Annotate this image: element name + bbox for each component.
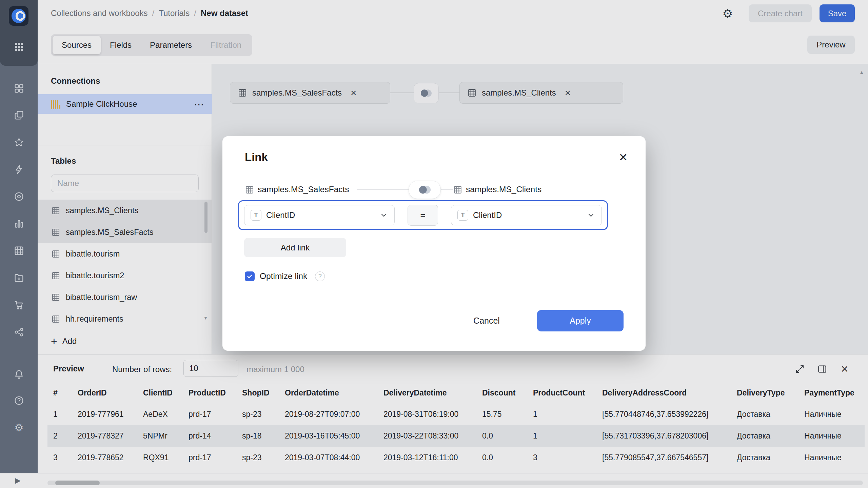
- table-list-item[interactable]: bibattle.tourism: [38, 243, 212, 265]
- sources-panel: Connections Sample ClickHouse ⋯ Tables s…: [38, 64, 212, 354]
- chevron-down-icon: [379, 211, 388, 220]
- rows-max-hint: maximum 1 000: [246, 365, 304, 374]
- table-cell: Доставка: [731, 447, 798, 468]
- chevron-down-icon: [587, 211, 595, 220]
- tables-scroll-down-icon[interactable]: ▼: [203, 316, 208, 321]
- connection-item[interactable]: Sample ClickHouse ⋯: [38, 94, 212, 114]
- table-name: hh.requirements: [66, 314, 123, 324]
- node-label: samples.MS_SalesFacts: [252, 88, 342, 98]
- table-cell: prd-17: [183, 447, 236, 468]
- canvas-scroll-up-icon[interactable]: ▲: [859, 69, 864, 75]
- dataset-tabs: Sources Fields Parameters Filtration: [51, 34, 252, 56]
- table-list-item[interactable]: samples.MS_SalesFacts: [38, 221, 212, 243]
- operator-select[interactable]: =: [408, 205, 438, 226]
- optimize-link-checkbox[interactable]: [245, 271, 255, 281]
- add-link-button[interactable]: Add link: [244, 238, 346, 257]
- split-view-icon[interactable]: [816, 363, 828, 375]
- table-row: 12019-777961AeDeXprd-17sp-232019-08-27T0…: [47, 403, 865, 425]
- panel-divider: [38, 145, 212, 145]
- nav-folder-icon[interactable]: [13, 272, 25, 284]
- table-search-input[interactable]: [51, 175, 199, 192]
- tab-parameters[interactable]: Parameters: [141, 36, 201, 54]
- datalens-logo-icon[interactable]: [9, 6, 28, 26]
- tables-scrollbar[interactable]: [204, 202, 208, 233]
- nav-squares-icon[interactable]: [13, 82, 25, 95]
- join-type-toggle[interactable]: [409, 181, 441, 199]
- link-dialog: Link × samples.MS_SalesFacts samples.MS_…: [222, 136, 646, 351]
- table-cell: sp-23: [236, 403, 279, 425]
- settings-gear-icon[interactable]: ⚙: [721, 6, 735, 21]
- table-cell: 2: [47, 425, 72, 447]
- table-cell: [55.770448746,37.653992226]: [596, 403, 731, 425]
- source-node-clients[interactable]: samples.MS_Clients ×: [459, 82, 623, 104]
- table-cell: 2019-08-31T06:19:00: [378, 403, 476, 425]
- nav-cart-icon[interactable]: [13, 299, 25, 311]
- table-cell: 3: [527, 447, 596, 468]
- create-chart-button[interactable]: Create chart: [749, 4, 812, 22]
- table-list-item[interactable]: samples.MS_Clients: [38, 200, 212, 221]
- table-cell: prd-17: [183, 403, 236, 425]
- tab-filtration: Filtration: [201, 36, 251, 54]
- connection-name: Sample ClickHouse: [66, 99, 137, 109]
- horizontal-scrollbar-thumb[interactable]: [55, 481, 100, 485]
- source-node-salesfacts[interactable]: samples.MS_SalesFacts ×: [230, 82, 390, 104]
- rows-count-input[interactable]: [183, 360, 238, 377]
- table-cell: 2019-03-16T05:45:00: [279, 425, 378, 447]
- expand-preview-icon[interactable]: [794, 363, 806, 375]
- breadcrumb-tutorials[interactable]: Tutorials: [159, 8, 190, 18]
- column-header: ProductID: [183, 382, 236, 403]
- table-cell: 0.0: [476, 425, 527, 447]
- nav-lightning-icon[interactable]: [13, 163, 25, 176]
- nav-table-icon[interactable]: [13, 245, 25, 257]
- nav-target-icon[interactable]: [13, 190, 25, 203]
- apps-grid-icon[interactable]: [13, 41, 25, 53]
- table-name: samples.MS_SalesFacts: [66, 228, 154, 237]
- sidebar-expand-icon[interactable]: ▶: [15, 476, 21, 485]
- preview-title: Preview: [53, 364, 84, 373]
- connection-more-icon[interactable]: ⋯: [193, 98, 205, 110]
- help-icon[interactable]: [13, 394, 25, 407]
- clickhouse-icon: [51, 100, 60, 109]
- horizontal-scrollbar[interactable]: [47, 481, 863, 485]
- table-icon: [51, 314, 60, 324]
- left-field-select[interactable]: T ClientID: [244, 205, 395, 225]
- column-header: DeliveryAddressCoord: [596, 382, 731, 403]
- remove-node-icon[interactable]: ×: [351, 87, 357, 99]
- gear-icon[interactable]: ⚙: [13, 422, 25, 434]
- tab-fields[interactable]: Fields: [101, 36, 141, 54]
- close-preview-icon[interactable]: ×: [839, 363, 851, 375]
- nav-bar-chart-icon[interactable]: [13, 218, 25, 230]
- preview-toggle-button[interactable]: Preview: [807, 36, 855, 54]
- cancel-button[interactable]: Cancel: [463, 310, 510, 331]
- bell-icon[interactable]: [13, 368, 25, 380]
- nav-flow-icon[interactable]: [13, 326, 25, 338]
- left-field-value: ClientID: [266, 210, 295, 220]
- optimize-help-icon[interactable]: ?: [315, 271, 325, 281]
- table-icon: [467, 88, 477, 98]
- table-cell: 5NPMr: [137, 425, 183, 447]
- tables-list: samples.MS_Clientssamples.MS_SalesFactsb…: [38, 200, 212, 330]
- table-list-item[interactable]: bibattle.tourism_raw: [38, 286, 212, 308]
- column-header: OrderID: [72, 382, 137, 403]
- column-header: ShopID: [236, 382, 279, 403]
- dataset-editor-screen: ⚙ Collections and workbooks / Tutorials …: [0, 0, 868, 488]
- apply-button[interactable]: Apply: [537, 310, 624, 331]
- nav-layers-icon[interactable]: [13, 109, 25, 121]
- preview-header-row: #OrderIDClientIDProductIDShopIDOrderDate…: [47, 382, 865, 403]
- right-field-select[interactable]: T ClientID: [451, 205, 602, 225]
- table-list-item[interactable]: bibattle.tourism2: [38, 265, 212, 286]
- table-cell: [55.779085547,37.667546557]: [596, 447, 731, 468]
- add-table-button[interactable]: + Add: [51, 332, 77, 350]
- join-type-badge[interactable]: [414, 83, 439, 103]
- dialog-close-icon[interactable]: ×: [615, 149, 631, 165]
- nav-star-icon[interactable]: [13, 136, 25, 148]
- remove-node-icon[interactable]: ×: [565, 87, 571, 99]
- table-cell: 1: [527, 425, 596, 447]
- table-list-item[interactable]: hh.requirements: [38, 308, 212, 330]
- breadcrumb-collections[interactable]: Collections and workbooks: [51, 8, 147, 18]
- tables-heading: Tables: [51, 156, 76, 166]
- save-button[interactable]: Save: [820, 4, 855, 22]
- table-icon: [51, 206, 60, 215]
- tab-sources[interactable]: Sources: [53, 36, 101, 54]
- breadcrumb-separator: /: [152, 8, 154, 18]
